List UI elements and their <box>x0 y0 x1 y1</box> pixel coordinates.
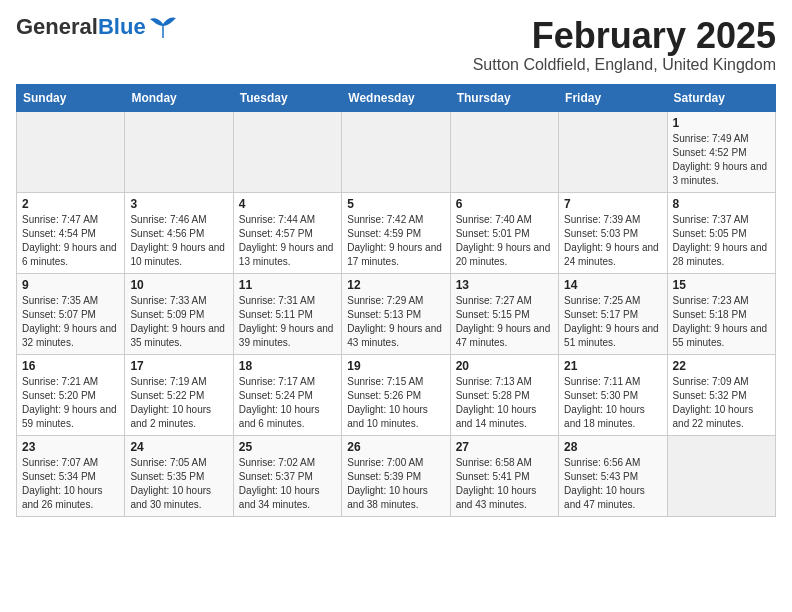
day-number: 7 <box>564 197 661 211</box>
day-info: Sunrise: 7:19 AM Sunset: 5:22 PM Dayligh… <box>130 375 227 431</box>
day-info: Sunrise: 7:23 AM Sunset: 5:18 PM Dayligh… <box>673 294 770 350</box>
calendar-day-cell: 6Sunrise: 7:40 AM Sunset: 5:01 PM Daylig… <box>450 192 558 273</box>
day-info: Sunrise: 7:15 AM Sunset: 5:26 PM Dayligh… <box>347 375 444 431</box>
calendar-week-row: 23Sunrise: 7:07 AM Sunset: 5:34 PM Dayli… <box>17 435 776 516</box>
calendar-table: SundayMondayTuesdayWednesdayThursdayFrid… <box>16 84 776 517</box>
calendar-day-cell: 14Sunrise: 7:25 AM Sunset: 5:17 PM Dayli… <box>559 273 667 354</box>
day-info: Sunrise: 7:47 AM Sunset: 4:54 PM Dayligh… <box>22 213 119 269</box>
day-info: Sunrise: 7:11 AM Sunset: 5:30 PM Dayligh… <box>564 375 661 431</box>
day-number: 22 <box>673 359 770 373</box>
calendar-day-cell: 18Sunrise: 7:17 AM Sunset: 5:24 PM Dayli… <box>233 354 341 435</box>
day-info: Sunrise: 7:13 AM Sunset: 5:28 PM Dayligh… <box>456 375 553 431</box>
day-number: 10 <box>130 278 227 292</box>
weekday-header-friday: Friday <box>559 84 667 111</box>
calendar-week-row: 9Sunrise: 7:35 AM Sunset: 5:07 PM Daylig… <box>17 273 776 354</box>
day-info: Sunrise: 7:25 AM Sunset: 5:17 PM Dayligh… <box>564 294 661 350</box>
day-number: 23 <box>22 440 119 454</box>
day-number: 6 <box>456 197 553 211</box>
calendar-day-cell: 19Sunrise: 7:15 AM Sunset: 5:26 PM Dayli… <box>342 354 450 435</box>
day-number: 8 <box>673 197 770 211</box>
calendar-day-cell <box>667 435 775 516</box>
weekday-header-wednesday: Wednesday <box>342 84 450 111</box>
day-info: Sunrise: 7:39 AM Sunset: 5:03 PM Dayligh… <box>564 213 661 269</box>
day-info: Sunrise: 6:56 AM Sunset: 5:43 PM Dayligh… <box>564 456 661 512</box>
day-number: 5 <box>347 197 444 211</box>
weekday-header-monday: Monday <box>125 84 233 111</box>
day-number: 19 <box>347 359 444 373</box>
calendar-day-cell: 17Sunrise: 7:19 AM Sunset: 5:22 PM Dayli… <box>125 354 233 435</box>
day-number: 9 <box>22 278 119 292</box>
calendar-day-cell: 16Sunrise: 7:21 AM Sunset: 5:20 PM Dayli… <box>17 354 125 435</box>
calendar-day-cell: 1Sunrise: 7:49 AM Sunset: 4:52 PM Daylig… <box>667 111 775 192</box>
weekday-header-saturday: Saturday <box>667 84 775 111</box>
calendar-day-cell: 3Sunrise: 7:46 AM Sunset: 4:56 PM Daylig… <box>125 192 233 273</box>
calendar-day-cell: 4Sunrise: 7:44 AM Sunset: 4:57 PM Daylig… <box>233 192 341 273</box>
calendar-day-cell: 2Sunrise: 7:47 AM Sunset: 4:54 PM Daylig… <box>17 192 125 273</box>
day-info: Sunrise: 7:05 AM Sunset: 5:35 PM Dayligh… <box>130 456 227 512</box>
day-number: 1 <box>673 116 770 130</box>
calendar-day-cell: 8Sunrise: 7:37 AM Sunset: 5:05 PM Daylig… <box>667 192 775 273</box>
calendar-day-cell: 9Sunrise: 7:35 AM Sunset: 5:07 PM Daylig… <box>17 273 125 354</box>
day-number: 12 <box>347 278 444 292</box>
day-number: 16 <box>22 359 119 373</box>
calendar-day-cell: 12Sunrise: 7:29 AM Sunset: 5:13 PM Dayli… <box>342 273 450 354</box>
day-info: Sunrise: 7:09 AM Sunset: 5:32 PM Dayligh… <box>673 375 770 431</box>
day-number: 28 <box>564 440 661 454</box>
calendar-day-cell <box>17 111 125 192</box>
location: Sutton Coldfield, England, United Kingdo… <box>473 56 776 74</box>
calendar-day-cell: 11Sunrise: 7:31 AM Sunset: 5:11 PM Dayli… <box>233 273 341 354</box>
day-number: 27 <box>456 440 553 454</box>
day-number: 3 <box>130 197 227 211</box>
calendar-day-cell <box>559 111 667 192</box>
day-info: Sunrise: 7:29 AM Sunset: 5:13 PM Dayligh… <box>347 294 444 350</box>
calendar-day-cell: 26Sunrise: 7:00 AM Sunset: 5:39 PM Dayli… <box>342 435 450 516</box>
day-number: 20 <box>456 359 553 373</box>
day-info: Sunrise: 7:00 AM Sunset: 5:39 PM Dayligh… <box>347 456 444 512</box>
calendar-day-cell: 24Sunrise: 7:05 AM Sunset: 5:35 PM Dayli… <box>125 435 233 516</box>
calendar-week-row: 1Sunrise: 7:49 AM Sunset: 4:52 PM Daylig… <box>17 111 776 192</box>
day-number: 24 <box>130 440 227 454</box>
calendar-day-cell <box>342 111 450 192</box>
calendar-day-cell: 15Sunrise: 7:23 AM Sunset: 5:18 PM Dayli… <box>667 273 775 354</box>
day-number: 26 <box>347 440 444 454</box>
day-number: 21 <box>564 359 661 373</box>
header: GeneralBlue February 2025 Sutton Coldfie… <box>16 16 776 74</box>
calendar-day-cell <box>450 111 558 192</box>
logo-general: GeneralBlue <box>16 16 146 38</box>
day-info: Sunrise: 7:46 AM Sunset: 4:56 PM Dayligh… <box>130 213 227 269</box>
day-number: 2 <box>22 197 119 211</box>
calendar-day-cell: 27Sunrise: 6:58 AM Sunset: 5:41 PM Dayli… <box>450 435 558 516</box>
weekday-header-tuesday: Tuesday <box>233 84 341 111</box>
calendar-day-cell: 10Sunrise: 7:33 AM Sunset: 5:09 PM Dayli… <box>125 273 233 354</box>
weekday-header-row: SundayMondayTuesdayWednesdayThursdayFrid… <box>17 84 776 111</box>
calendar-week-row: 16Sunrise: 7:21 AM Sunset: 5:20 PM Dayli… <box>17 354 776 435</box>
day-info: Sunrise: 7:07 AM Sunset: 5:34 PM Dayligh… <box>22 456 119 512</box>
calendar-day-cell: 21Sunrise: 7:11 AM Sunset: 5:30 PM Dayli… <box>559 354 667 435</box>
day-number: 15 <box>673 278 770 292</box>
day-info: Sunrise: 7:17 AM Sunset: 5:24 PM Dayligh… <box>239 375 336 431</box>
logo: GeneralBlue <box>16 16 178 38</box>
calendar-day-cell: 23Sunrise: 7:07 AM Sunset: 5:34 PM Dayli… <box>17 435 125 516</box>
day-number: 18 <box>239 359 336 373</box>
calendar-day-cell: 7Sunrise: 7:39 AM Sunset: 5:03 PM Daylig… <box>559 192 667 273</box>
calendar-day-cell: 20Sunrise: 7:13 AM Sunset: 5:28 PM Dayli… <box>450 354 558 435</box>
calendar-day-cell: 25Sunrise: 7:02 AM Sunset: 5:37 PM Dayli… <box>233 435 341 516</box>
title-area: February 2025 Sutton Coldfield, England,… <box>473 16 776 74</box>
calendar-day-cell: 5Sunrise: 7:42 AM Sunset: 4:59 PM Daylig… <box>342 192 450 273</box>
day-number: 25 <box>239 440 336 454</box>
weekday-header-thursday: Thursday <box>450 84 558 111</box>
day-number: 17 <box>130 359 227 373</box>
calendar-day-cell <box>233 111 341 192</box>
day-number: 13 <box>456 278 553 292</box>
day-info: Sunrise: 7:21 AM Sunset: 5:20 PM Dayligh… <box>22 375 119 431</box>
day-info: Sunrise: 7:31 AM Sunset: 5:11 PM Dayligh… <box>239 294 336 350</box>
day-info: Sunrise: 7:35 AM Sunset: 5:07 PM Dayligh… <box>22 294 119 350</box>
day-info: Sunrise: 7:49 AM Sunset: 4:52 PM Dayligh… <box>673 132 770 188</box>
day-info: Sunrise: 7:42 AM Sunset: 4:59 PM Dayligh… <box>347 213 444 269</box>
day-info: Sunrise: 7:37 AM Sunset: 5:05 PM Dayligh… <box>673 213 770 269</box>
day-number: 4 <box>239 197 336 211</box>
calendar-day-cell: 22Sunrise: 7:09 AM Sunset: 5:32 PM Dayli… <box>667 354 775 435</box>
calendar-day-cell <box>125 111 233 192</box>
day-number: 14 <box>564 278 661 292</box>
day-info: Sunrise: 7:27 AM Sunset: 5:15 PM Dayligh… <box>456 294 553 350</box>
